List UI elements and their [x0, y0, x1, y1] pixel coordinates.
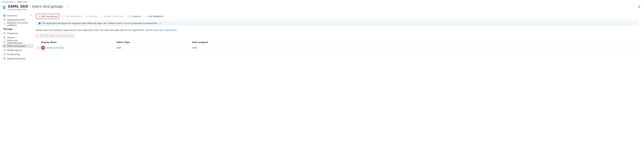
header-role-assigned[interactable]: Role assigned [192, 41, 638, 43]
svg-rect-21 [4, 59, 4, 59]
row-object-type: User [116, 47, 192, 49]
avatar: SS [41, 46, 45, 50]
deployment-plan-icon [3, 19, 6, 21]
sidebar-item-application-proxy[interactable]: Application proxy [2, 56, 34, 61]
page-title: SAML SSO [8, 4, 28, 9]
toolbar-label: Edit assignment [65, 15, 82, 18]
sidebar-item-diagnose[interactable]: Diagnose and solve problems [2, 22, 34, 26]
sidebar-item-label: Overview [7, 15, 17, 17]
owners-icon [3, 36, 6, 39]
sidebar-item-roles-admins[interactable]: Roles and administrators [2, 40, 34, 44]
svg-point-27 [101, 16, 102, 16]
feedback-button[interactable]: Got feedback? [144, 14, 166, 19]
content-pane: Add user/group Edit assignment Remove Up… [34, 14, 644, 61]
key-icon [100, 15, 103, 18]
info-banner: i The application will appear for assign… [36, 21, 638, 26]
svg-line-39 [38, 36, 39, 37]
breadcrumb-root[interactable]: All services [2, 1, 13, 3]
columns-icon [128, 15, 130, 18]
update-credentials-button[interactable]: Update credentials [99, 14, 125, 19]
sidebar-item-label: Properties [7, 32, 18, 35]
page-description: Assign users and groups to app-roles for… [34, 26, 641, 34]
svg-rect-22 [5, 59, 5, 59]
sidebar-item-provisioning[interactable]: Provisioning [2, 52, 34, 56]
resource-type-label: Enterprise Application [8, 9, 69, 11]
users-groups-icon [3, 45, 6, 47]
sso-icon [3, 49, 6, 51]
svg-rect-4 [4, 16, 4, 17]
toolbar-label: Add user/group [41, 15, 57, 18]
remove-button[interactable]: Remove [84, 14, 99, 19]
svg-point-12 [4, 37, 5, 38]
svg-point-1 [4, 7, 6, 8]
svg-rect-25 [86, 16, 87, 17]
edit-assignment-button[interactable]: Edit assignment [60, 14, 84, 19]
search-input[interactable] [40, 35, 73, 37]
close-icon[interactable]: × [638, 5, 641, 9]
sidebar-item-single-sign-on[interactable]: Single sign-on [2, 48, 34, 52]
svg-point-0 [3, 6, 4, 8]
desc-text-post: . [177, 29, 178, 31]
sidebar-item-label: Application proxy [7, 57, 26, 60]
breadcrumb-current: SAML SSO [18, 1, 28, 3]
header-object-type[interactable]: Object Type [116, 41, 192, 43]
title-divider: | [30, 4, 30, 9]
sidebar-section-manage: Manage [2, 26, 34, 31]
overview-icon [3, 14, 6, 17]
search-box[interactable] [36, 34, 74, 38]
toolbar-label: Got feedback? [149, 15, 164, 18]
svg-rect-3 [5, 15, 6, 16]
sidebar-item-label: Deployment Plan [7, 19, 25, 21]
svg-point-14 [4, 41, 5, 42]
sidebar-item-label: Single sign-on [7, 49, 22, 51]
sidebar-item-label: Provisioning [7, 53, 20, 56]
svg-line-28 [102, 16, 102, 17]
toolbar-separator [143, 15, 143, 18]
collapse-sidebar-icon[interactable]: « [31, 14, 32, 16]
sidebar-item-label: Diagnose and solve problems [7, 22, 33, 27]
sidebar: « Overview Deployment Plan Diagnose and … [0, 14, 34, 61]
svg-rect-5 [5, 16, 6, 17]
table-row[interactable]: SS simengli Simeng User User [36, 45, 638, 51]
toolbar-label: Columns [132, 15, 141, 18]
toolbar-label: Update credentials [104, 15, 124, 18]
svg-rect-19 [4, 58, 4, 58]
sidebar-item-properties[interactable]: Properties [2, 31, 34, 35]
toolbar: Add user/group Edit assignment Remove Up… [34, 14, 641, 19]
table-header-row: Display Name Object Type Role assigned [36, 40, 638, 45]
add-user-group-button[interactable]: Add user/group [36, 14, 59, 19]
sidebar-item-deployment-plan[interactable]: Deployment Plan [2, 18, 34, 22]
sidebar-item-overview[interactable]: Overview [2, 14, 34, 18]
sidebar-item-label: Roles and administrators [7, 39, 33, 44]
svg-point-38 [38, 35, 38, 36]
properties-icon [3, 32, 6, 35]
page-subtitle: Users and groups [32, 4, 63, 9]
svg-rect-2 [4, 15, 4, 16]
svg-point-13 [4, 37, 5, 38]
row-checkbox[interactable] [37, 47, 40, 49]
desc-text-pre: Assign users and groups to app-roles for… [36, 29, 154, 31]
sidebar-item-label: Users and groups [7, 45, 26, 47]
sidebar-item-users-groups[interactable]: Users and groups [2, 44, 34, 48]
sidebar-item-owners[interactable]: Owners [2, 35, 34, 40]
arrow-right-icon[interactable]: → [159, 22, 161, 25]
breadcrumb: All services > SAML SSO [0, 0, 644, 4]
more-actions-icon[interactable]: … [66, 5, 69, 8]
svg-point-16 [4, 45, 5, 46]
sidebar-item-label: Owners [7, 36, 15, 39]
user-name-link[interactable]: simengli Simeng [46, 47, 64, 49]
svg-point-15 [4, 45, 5, 46]
app-registration-link[interactable]: application registration [154, 29, 177, 31]
pencil-icon [62, 15, 64, 18]
columns-button[interactable]: Columns [127, 14, 142, 19]
svg-rect-20 [5, 58, 5, 58]
diagnose-icon [3, 23, 6, 25]
banner-text: The application will appear for assigned… [42, 22, 158, 25]
header-display-name[interactable]: Display Name [40, 41, 116, 43]
app-icon [2, 5, 6, 10]
provisioning-icon [3, 53, 6, 56]
info-icon: i [38, 22, 41, 25]
row-role-assigned: User [192, 47, 638, 49]
feedback-icon [146, 15, 148, 18]
breadcrumb-separator: > [14, 1, 16, 3]
